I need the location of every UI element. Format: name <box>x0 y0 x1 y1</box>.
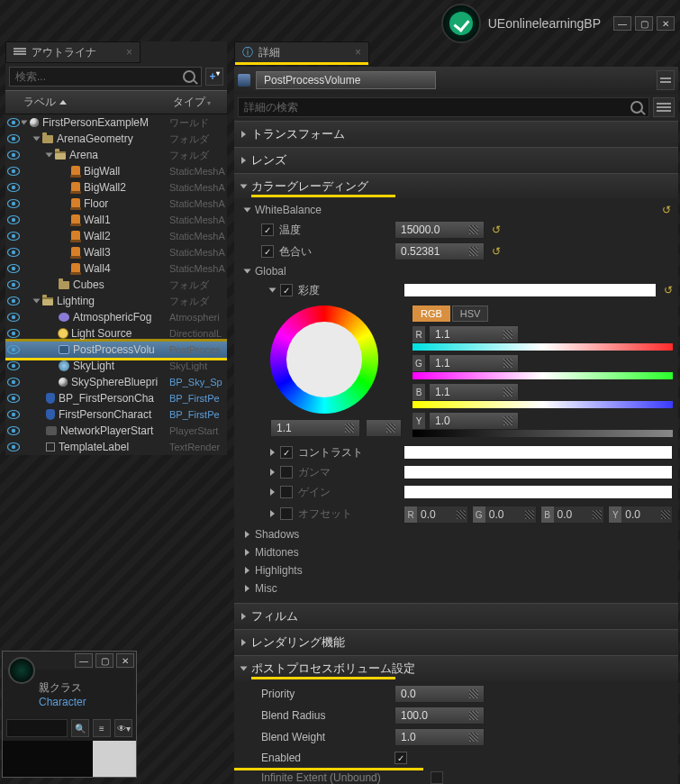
close-button[interactable]: ✕ <box>657 16 675 31</box>
close-icon[interactable]: × <box>355 46 361 59</box>
tree-row-networkplayerstart[interactable]: NetworkPlayerStartPlayerStart <box>5 423 227 439</box>
bp-search-input[interactable] <box>6 719 68 737</box>
tree-row-lighting[interactable]: Lightingフォルダ <box>5 293 227 309</box>
tree-row-arenageometry[interactable]: ArenaGeometryフォルダ <box>5 131 227 147</box>
visibility-icon[interactable] <box>5 313 22 322</box>
override-checkbox[interactable] <box>261 223 274 236</box>
visibility-icon[interactable] <box>5 183 22 192</box>
blend-radius-input[interactable]: 100.0 <box>394 707 485 725</box>
add-filter-button[interactable]: +▾ <box>205 68 223 86</box>
offset-y-input[interactable]: Y0.0 <box>608 506 673 524</box>
reset-icon[interactable]: ↺ <box>662 204 671 216</box>
bp-search-icon[interactable]: 🔍 <box>71 719 89 737</box>
category-lens[interactable]: レンズ <box>234 147 678 173</box>
contrast-swatch[interactable] <box>403 445 673 460</box>
tree-row-postprocessvolu[interactable]: PostProcessVoluPostProces <box>5 342 227 358</box>
subcat-misc[interactable]: Misc <box>234 579 678 597</box>
outliner-tree[interactable]: FirstPersonExampleMワールドArenaGeometryフォルダ… <box>5 114 227 455</box>
offset-g-input[interactable]: G0.0 <box>472 506 537 524</box>
chevron-down-icon[interactable] <box>22 121 28 125</box>
blend-weight-input[interactable]: 1.0 <box>394 728 485 746</box>
g-input[interactable]: 1.1 <box>429 354 519 372</box>
bp-minimize-button[interactable]: — <box>75 653 93 668</box>
g-slider[interactable] <box>413 372 673 379</box>
hsv-tab[interactable]: HSV <box>452 305 489 322</box>
color-wheel[interactable] <box>270 305 378 414</box>
reset-icon[interactable]: ↺ <box>492 223 501 236</box>
visibility-icon[interactable] <box>5 232 22 241</box>
visibility-icon[interactable] <box>5 378 22 387</box>
tree-row-firstpersoncharact[interactable]: FirstPersonCharactBP_FirstPe <box>5 406 227 423</box>
property-matrix-button[interactable] <box>653 97 675 117</box>
tree-row-floor[interactable]: FloorStaticMeshA <box>5 196 227 212</box>
tree-row-bigwall[interactable]: BigWallStaticMeshA <box>5 163 227 179</box>
gamma-swatch[interactable] <box>403 465 673 479</box>
tree-row-templatelabel[interactable]: TemplateLabelTextRender <box>5 439 227 455</box>
bp-close-button[interactable]: ✕ <box>116 653 134 668</box>
tree-row-atmosphericfog[interactable]: AtmosphericFogAtmospheri <box>5 309 227 325</box>
category-transform[interactable]: トランスフォーム <box>234 121 678 147</box>
bp-maximize-button[interactable]: ▢ <box>95 653 113 668</box>
maximize-button[interactable]: ▢ <box>635 16 653 31</box>
y-slider[interactable] <box>413 430 673 437</box>
actor-name-input[interactable]: PostProcessVolume <box>256 71 436 89</box>
visibility-icon[interactable] <box>5 248 22 257</box>
offset-b-input[interactable]: B0.0 <box>540 506 605 524</box>
category-film[interactable]: フィルム <box>234 603 678 629</box>
visibility-icon[interactable] <box>5 118 22 127</box>
visibility-icon[interactable] <box>5 280 22 289</box>
visibility-icon[interactable] <box>5 264 22 273</box>
tree-row-cubes[interactable]: Cubesフォルダ <box>5 277 227 293</box>
enabled-checkbox[interactable] <box>394 752 407 764</box>
chevron-down-icon[interactable] <box>33 299 41 304</box>
visibility-icon[interactable] <box>5 296 22 305</box>
override-checkbox[interactable] <box>280 466 293 479</box>
visibility-icon[interactable] <box>5 150 22 160</box>
outliner-tab[interactable]: アウトライナ × <box>5 41 141 63</box>
subcat-midtones[interactable]: Midtones <box>234 543 678 561</box>
close-icon[interactable]: × <box>126 46 132 59</box>
tree-row-wall4[interactable]: Wall4StaticMeshA <box>5 260 227 277</box>
override-checkbox[interactable] <box>280 486 293 498</box>
saturation-swatch[interactable] <box>403 283 657 297</box>
gain-swatch[interactable] <box>403 485 673 499</box>
b-slider[interactable] <box>413 401 673 408</box>
minimize-button[interactable]: — <box>613 16 631 31</box>
tree-row-skyspherebluepri[interactable]: SkySphereBluepriBP_Sky_Sp <box>5 374 227 390</box>
visibility-icon[interactable] <box>5 394 22 403</box>
visibility-icon[interactable] <box>5 361 22 370</box>
visibility-icon[interactable] <box>5 345 22 354</box>
tree-row-bp-firstpersoncha[interactable]: BP_FirstPersonChaBP_FirstPe <box>5 390 227 406</box>
visibility-icon[interactable] <box>5 134 22 143</box>
tree-row-firstpersonexamplem[interactable]: FirstPersonExampleMワールド <box>5 114 227 131</box>
infinite-extent-checkbox[interactable] <box>431 771 443 784</box>
tint-input[interactable]: 0.52381 <box>394 242 485 260</box>
reset-icon[interactable]: ↺ <box>664 284 673 296</box>
temperature-input[interactable]: 15000.0 <box>394 221 485 239</box>
parent-class-link[interactable]: Character <box>39 696 86 708</box>
bp-view-icon[interactable]: ≡ <box>93 719 111 737</box>
visibility-icon[interactable] <box>5 167 22 176</box>
tree-row-bigwall2[interactable]: BigWall2StaticMeshA <box>5 179 227 196</box>
subcat-highlights[interactable]: Highlights <box>234 561 678 579</box>
tree-row-skylight[interactable]: SkyLightSkyLight <box>5 358 227 374</box>
outliner-search-input[interactable]: 検索... <box>9 67 202 87</box>
tree-row-wall3[interactable]: Wall3StaticMeshA <box>5 244 227 260</box>
tree-row-wall1[interactable]: Wall1StaticMeshA <box>5 212 227 228</box>
tree-row-arena[interactable]: Arenaフォルダ <box>5 147 227 163</box>
subcat-global[interactable]: Global <box>234 262 678 280</box>
override-checkbox[interactable] <box>261 245 274 258</box>
details-search-input[interactable]: 詳細の検索 <box>238 97 649 117</box>
category-ppv-settings[interactable]: ポストプロセスボリューム設定 <box>234 655 678 681</box>
outliner-header[interactable]: ラベル タイプ ▾ <box>5 90 227 114</box>
visibility-icon[interactable] <box>5 215 22 224</box>
subcat-white-balance[interactable]: WhiteBalance↺ <box>234 201 678 219</box>
row-type[interactable]: BP_Sky_Sp <box>169 377 225 387</box>
visibility-icon[interactable] <box>5 426 22 435</box>
override-checkbox[interactable] <box>280 284 293 296</box>
wheel-value-input[interactable]: 1.1 <box>270 419 360 437</box>
tree-row-light-source[interactable]: Light SourceDirectionalL <box>5 325 227 342</box>
visibility-icon[interactable] <box>5 329 22 338</box>
category-color-grading[interactable]: カラーグレーディング <box>234 173 678 199</box>
b-input[interactable]: 1.1 <box>429 383 519 401</box>
